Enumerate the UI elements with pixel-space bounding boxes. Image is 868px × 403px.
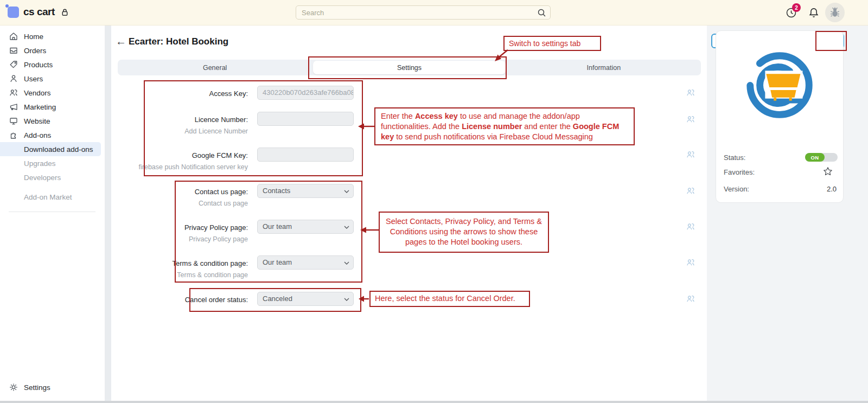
storefront-lock-icon[interactable] [60,7,70,17]
row-users-icon[interactable] [686,222,695,232]
cancel-order-status-label: Cancel order status: [123,296,248,304]
search-input[interactable] [296,5,551,20]
chevron-down-icon [344,261,349,265]
licence-number-helper: Add Licence Number [123,127,248,136]
sidebar-item-developers[interactable]: Developers [0,170,101,184]
back-arrow-icon[interactable]: ← [116,35,126,48]
global-search [296,5,551,20]
terms-condition-page-helper: Terms & condition page [123,271,248,279]
sidebar-item-settings[interactable]: Settings [0,380,101,394]
status-toggle-on: ON [805,153,825,162]
cs-cart-logo[interactable]: cs cart [8,6,55,18]
row-users-icon[interactable] [686,186,695,196]
annotation-arrow [360,226,379,234]
sidebar: Home Orders Products Users Vendors Marke… [0,25,105,403]
status-label: Status: [724,153,745,162]
access-key-input[interactable]: 430220b070d263afe766ba082350 [257,86,354,100]
annotation-note-pages: Select Contacts, Privacy Policy, and Ter… [379,212,549,253]
contact-us-page-label: Contact us page: [123,188,248,196]
brand-icon [8,7,19,18]
status-toggle[interactable]: ON [805,153,838,162]
sidebar-item-vendors[interactable]: Vendors [0,86,101,100]
access-key-label: Access Key: [123,89,248,98]
sidebar-item-upgrades[interactable]: Upgrades [0,156,101,170]
puzzle-icon [9,130,18,140]
sidebar-item-downloaded-addons[interactable]: Downloaded add-ons [0,142,101,156]
annotation-arrow [358,123,375,130]
sidebar-item-addon-market[interactable]: Add-on Market [0,190,101,204]
main-content: ← Ecarter: Hotel Booking General Setting… [111,25,707,403]
row-users-icon[interactable] [686,150,695,159]
sidebar-item-products[interactable]: Products [0,57,101,72]
sidebar-item-addons[interactable]: Add-ons [0,128,101,142]
page-title: Ecarter: Hotel Booking [129,36,228,47]
addon-logo [739,46,820,126]
notification-count-badge: 2 [792,3,801,12]
products-tag-icon [9,60,18,69]
gear-icon [9,382,18,392]
sidebar-item-marketing[interactable]: Marketing [0,100,101,114]
tab-strip: General Settings Information [118,60,701,75]
user-avatar[interactable] [825,3,845,22]
sidebar-item-users[interactable]: Users [0,72,101,86]
sidebar-item-orders[interactable]: Orders [0,43,101,57]
google-fcm-key-helper: firebase push Notification server key [123,163,248,171]
user-icon [9,74,18,84]
chevron-down-icon [344,298,349,301]
row-users-icon[interactable] [686,294,695,304]
annotation-note-cancel: Here, select the status for Cancel Order… [369,291,530,307]
terms-condition-page-label: Terms & condition page: [123,259,248,268]
annotation-note-switch-tab: Switch to settings tab [503,36,601,51]
tab-information[interactable]: Information [508,61,700,74]
privacy-policy-page-helper: Privacy Policy page [123,235,248,244]
tab-settings[interactable]: Settings [313,61,505,74]
row-users-icon[interactable] [686,258,695,267]
addon-info-card: Status: ON Favorites: Version: 2.0 [716,30,844,203]
row-users-icon[interactable] [686,88,695,98]
google-fcm-key-label: Google FCM Key: [123,151,248,160]
search-icon[interactable] [537,8,546,17]
favorites-label: Favorites: [724,168,755,176]
favorite-star-icon[interactable] [823,167,833,176]
cancel-order-status-select[interactable]: Canceled [257,292,354,306]
annotation-arrow [491,49,509,63]
monitor-icon [9,116,18,126]
topbar: cs cart 2 [0,0,868,25]
chevron-down-icon [344,190,349,193]
orders-icon [9,46,18,55]
bottom-scrollbar[interactable] [0,401,868,403]
tab-general[interactable]: General [119,61,311,74]
row-users-icon[interactable] [686,114,695,124]
annotation-note-keys: Enter the Access key to use and manage t… [374,107,635,145]
contact-us-page-helper: Contact us page [123,200,248,208]
privacy-policy-page-select[interactable]: Our team [257,220,354,234]
home-icon [9,31,18,41]
contact-us-page-select[interactable]: Contacts [257,184,354,198]
annotation-arrow [359,295,369,303]
vendors-icon [9,88,18,98]
brand-name: cs cart [23,6,55,18]
chevron-down-icon [344,226,349,229]
licence-number-input[interactable] [257,112,354,126]
bell-icon[interactable] [808,7,820,18]
sidebar-item-home[interactable]: Home [0,29,101,43]
version-value: 2.0 [716,185,837,193]
megaphone-icon [9,102,18,112]
right-panel: All cs cart emo Stor ▾ Save Status: [707,25,868,403]
google-fcm-key-input[interactable] [257,148,354,162]
licence-number-label: Licence Number: [123,116,248,124]
sidebar-item-website[interactable]: Website [0,114,101,128]
sidebar-divider [9,212,95,212]
privacy-policy-page-label: Privacy Policy page: [123,223,248,232]
terms-condition-page-select[interactable]: Our team [257,255,354,270]
